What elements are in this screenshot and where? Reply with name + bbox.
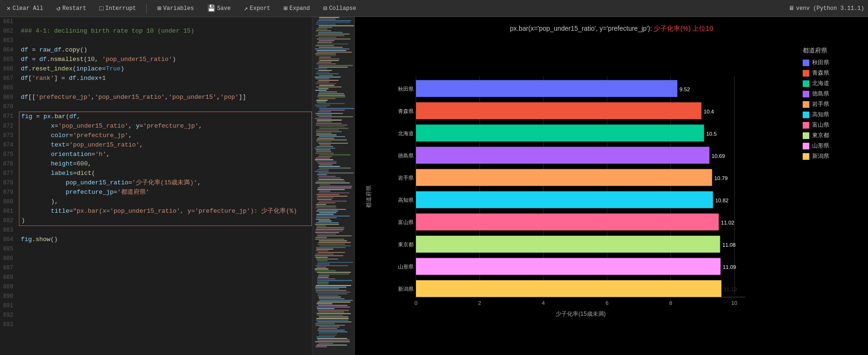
code-line: 885	[0, 244, 312, 254]
code-line: 886	[0, 254, 312, 263]
line-number: 887	[0, 263, 19, 273]
line-content: fig.show()	[19, 235, 312, 244]
legend-item-label: 岩手県	[812, 100, 829, 108]
bar-aomori	[416, 102, 701, 119]
code-line: 880 ),	[0, 197, 312, 207]
code-editor[interactable]: 861862### 4-1: declining birth rate top …	[0, 17, 312, 355]
restart-button[interactable]: ↺ Restart	[53, 3, 89, 13]
val-niigata: 11.12	[724, 286, 737, 292]
line-content: df = df.nsmallest(10, 'pop_under15_ratio…	[19, 55, 312, 64]
collapse-button[interactable]: ⊟ Collapse	[320, 3, 359, 13]
legend-item-label: 山形県	[812, 142, 829, 150]
line-content: height=600,	[19, 159, 312, 169]
expand-icon: ⊞	[283, 4, 287, 12]
legend-color-swatch	[803, 122, 809, 129]
export-button[interactable]: ↗ Export	[241, 3, 273, 13]
code-line: 876 height=600,	[0, 159, 312, 169]
code-lines: 861862### 4-1: declining birth rate top …	[0, 17, 312, 329]
label-kochi: 高知県	[398, 197, 414, 203]
line-content: color='prefecture_jp',	[19, 131, 312, 140]
code-line: 884fig.show()	[0, 235, 312, 244]
interrupt-button[interactable]: □ Interrupt	[97, 4, 139, 13]
line-content: df.reset_index(inplace=True)	[19, 64, 312, 74]
legend-item-label: 徳島県	[812, 90, 829, 98]
save-button[interactable]: 💾 Save	[204, 3, 234, 13]
line-number: 877	[0, 169, 19, 178]
code-line: 891	[0, 301, 312, 311]
bar-toyama	[416, 214, 719, 231]
legend-color-swatch	[803, 153, 809, 160]
toolbar: ✕ Clear All ↺ Restart □ Interrupt ⊞ Vari…	[0, 0, 868, 17]
legend-color-swatch	[803, 60, 809, 66]
line-content: x='pop_under15_ratio', y='prefecture_jp'…	[19, 121, 312, 131]
line-number: 866	[0, 64, 19, 74]
code-line: 889	[0, 282, 312, 292]
label-akita: 秋田県	[398, 86, 414, 92]
legend-item-label: 富山県	[812, 121, 829, 129]
line-number: 864	[0, 45, 19, 55]
code-line: 862### 4-1: declining birth rate top 10 …	[0, 26, 312, 36]
legend-item-label: 北海道	[812, 79, 829, 87]
legend-color-swatch	[803, 101, 809, 108]
clear-all-button[interactable]: ✕ Clear All	[4, 3, 46, 13]
val-iwate: 10.79	[714, 175, 727, 181]
bar-niigata	[416, 280, 721, 297]
code-line: 888	[0, 273, 312, 282]
line-number: 861	[0, 17, 19, 26]
legend-item-label: 東京都	[812, 131, 829, 139]
line-number: 885	[0, 244, 19, 254]
line-number: 869	[0, 93, 19, 102]
bar-akita	[416, 80, 677, 97]
interrupt-icon: □	[99, 5, 103, 12]
code-line: 887	[0, 263, 312, 273]
separator	[146, 4, 147, 13]
code-line: 869df[['prefecture_jp','pop_under15_rati…	[0, 93, 312, 102]
variables-button[interactable]: ⊞ Variables	[154, 3, 196, 13]
val-akita: 9.52	[680, 87, 690, 92]
legend-color-swatch	[803, 70, 809, 77]
line-content: orientation='h',	[19, 150, 312, 159]
legend-item: 高知県	[803, 111, 857, 119]
code-line: 871fig = px.bar(df,	[0, 112, 312, 121]
code-line: 867df['rank'] = df.index+1	[0, 74, 312, 83]
legend-item-label: 新潟県	[812, 152, 829, 160]
xtick-6: 6	[605, 300, 608, 306]
code-line: 878 pop_under15_ratio='少子化率(15歳未満)',	[0, 178, 312, 188]
line-number: 888	[0, 273, 19, 282]
chart-svg: 都道府県 9.52 秋田県 10.4	[363, 37, 799, 347]
legend-item: 秋田県	[803, 59, 857, 67]
legend-item: 青森県	[803, 69, 857, 77]
val-hokkaido: 10.5	[706, 131, 717, 137]
legend-color-swatch	[803, 143, 809, 149]
val-aomori: 10.4	[704, 109, 714, 114]
line-number: 884	[0, 235, 19, 244]
line-number: 870	[0, 102, 19, 112]
restart-icon: ↺	[56, 4, 60, 12]
venv-label: 🖥 venv (Python 3.11.1)	[788, 5, 864, 12]
line-number: 892	[0, 311, 19, 320]
line-content: title="px.bar(x='pop_under15_ratio', y='…	[19, 207, 312, 216]
label-tokyo: 東京都	[398, 242, 414, 247]
line-number: 889	[0, 282, 19, 292]
code-line: 874 text='pop_under15_ratio',	[0, 140, 312, 150]
code-line: 875 orientation='h',	[0, 150, 312, 159]
legend-item-label: 秋田県	[812, 59, 829, 67]
expand-button[interactable]: ⊞ Expand	[281, 3, 313, 13]
line-content: text='pop_under15_ratio',	[19, 140, 312, 150]
code-line: 866df.reset_index(inplace=True)	[0, 64, 312, 74]
bar-yamagata	[416, 258, 721, 275]
label-iwate: 岩手県	[398, 175, 414, 181]
code-line: 883	[0, 225, 312, 235]
line-number: 865	[0, 55, 19, 64]
x-icon: ✕	[7, 4, 10, 12]
label-aomori: 青森県	[398, 108, 414, 114]
line-number: 873	[0, 131, 19, 140]
val-toyama: 11.02	[721, 220, 734, 225]
val-kochi: 10.82	[715, 198, 728, 203]
line-number: 886	[0, 254, 19, 263]
legend-item: 北海道	[803, 79, 857, 87]
legend-item: 徳島県	[803, 90, 857, 98]
line-number: 891	[0, 301, 19, 311]
line-number: 876	[0, 159, 19, 169]
code-line: 879 prefecture_jp='都道府県'	[0, 188, 312, 197]
